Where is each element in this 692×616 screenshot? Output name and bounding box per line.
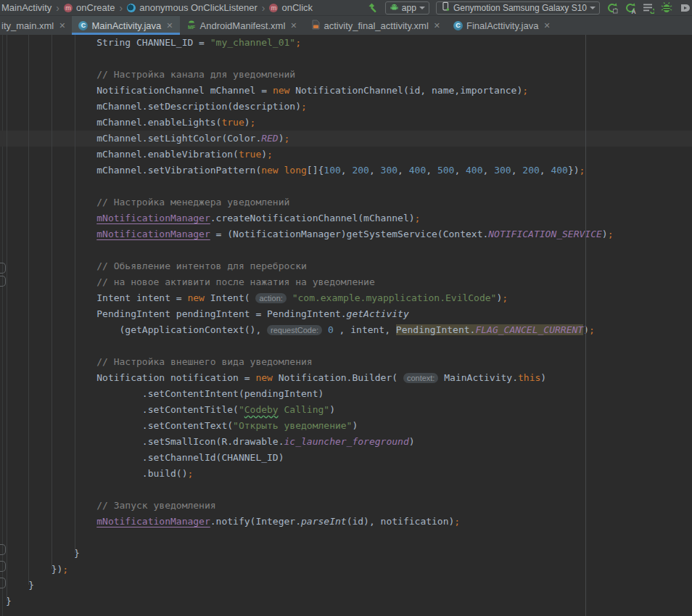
breadcrumb-label: onCreate	[76, 2, 115, 13]
run-config-label: app	[402, 3, 416, 13]
code-line	[0, 482, 692, 498]
java-class-icon: C	[78, 21, 88, 30]
breadcrumb-separator-icon: ›	[262, 2, 265, 14]
fold-marker[interactable]	[0, 561, 6, 572]
run-config-select[interactable]: app	[385, 1, 429, 15]
code-line: mChannel.enableLights(true);	[0, 115, 692, 131]
code-line: mChannel.setLightColor(Color.RED);	[0, 131, 692, 147]
code-line: NotificationChannel mChannel = new Notif…	[0, 83, 692, 99]
code-line: .setSmallIcon(R.drawable.ic_launcher_for…	[0, 434, 692, 450]
tab-label: ity_main.xml	[1, 20, 54, 31]
code-line: .setChannelId(CHANNEL_ID)	[0, 450, 692, 466]
device-label: Genymotion Samsung Galaxy S10	[453, 3, 587, 13]
breadcrumb-label: MainActivity	[1, 2, 52, 13]
code-line: mChannel.setVibrationPattern(new long[]{…	[0, 163, 692, 178]
method-icon: m	[269, 4, 278, 12]
code-editor[interactable]: String CHANNEL_ID = "my_channel_01"; // …	[0, 35, 692, 616]
close-tab-icon[interactable]: ✕	[166, 21, 173, 30]
indent-guide	[28, 35, 29, 585]
code-line: // Настройка менеджера уведомлений	[0, 194, 692, 210]
code-line: PendingIntent pendingIntent = PendingInt…	[0, 306, 692, 322]
breadcrumb-separator-icon: ›	[56, 2, 59, 14]
breadcrumb-item-mainactivity[interactable]: MainActivity	[1, 2, 52, 13]
breadcrumb-label: anonymous OnClickListener	[139, 2, 258, 13]
chevron-down-icon	[590, 7, 596, 9]
java-class-icon: C	[453, 21, 463, 30]
code-line: .setContentTitle("Codeby Calling")	[0, 402, 692, 418]
parameter-hint: requestCode:	[267, 325, 322, 335]
code-line: Notification notification = new Notifica…	[0, 370, 692, 386]
method-icon: m	[64, 4, 73, 12]
editor-tab-bar: ity_main.xml✕CMainActivity.java✕MFAndroi…	[0, 16, 692, 35]
manifest-file-icon: MF	[186, 20, 197, 32]
breadcrumb-item-anonymous-onclicklistener[interactable]: anonymous OnClickListener	[127, 2, 258, 13]
debug-bug-icon[interactable]	[661, 2, 672, 14]
breadcrumb-label: onClick	[281, 2, 313, 13]
tab-ity-main-xml[interactable]: ity_main.xml✕	[0, 16, 72, 35]
close-tab-icon[interactable]: ✕	[59, 21, 65, 30]
tab-label: MainActivity.java	[91, 20, 161, 31]
code-line	[0, 338, 692, 354]
code-line: mNotificationManager.notify(Integer.pars…	[0, 514, 692, 530]
code-line: // Запуск уведомления	[0, 498, 692, 514]
code-line: (getApplicationContext(), requestCode: 0…	[0, 322, 692, 338]
right-margin-guide	[585, 35, 586, 616]
tab-label: activity_final_acttivity.xml	[324, 20, 429, 31]
code-line: // Обьявление интентов для переброски	[0, 258, 692, 274]
profile-icon[interactable]	[679, 2, 691, 14]
breadcrumb-item-oncreate[interactable]: monCreate	[64, 2, 115, 13]
android-robot-icon	[390, 2, 399, 14]
chevron-down-icon	[419, 7, 425, 9]
code-line: // на новое активити после нажатия на ув…	[0, 274, 692, 290]
fold-marker[interactable]	[0, 276, 6, 287]
apply-code-changes-icon[interactable]: A	[625, 2, 636, 14]
close-tab-icon[interactable]: ✕	[543, 21, 550, 30]
breadcrumb-separator-icon: ›	[120, 2, 123, 14]
code-line	[0, 530, 692, 546]
close-tab-icon[interactable]: ✕	[434, 21, 440, 30]
anonymous-class-icon	[127, 4, 136, 12]
breadcrumb: MainActivity›monCreate›anonymous OnClick…	[1, 2, 313, 14]
toolbar-actions: app Genymotion Samsung Galaxy S10 A	[367, 1, 692, 15]
layout-xml-file-icon	[310, 20, 321, 32]
code-line: // Настройка канала для уведомлений	[0, 67, 692, 83]
parameter-hint: context:	[403, 373, 439, 383]
code-line	[0, 242, 692, 258]
tab-finalacttivity-java[interactable]: CFinalActtivity.java✕	[447, 16, 557, 35]
code-line: // Настройка внешнего вида уведомления	[0, 354, 692, 370]
indent-guide	[7, 35, 7, 601]
code-line: mChannel.enableVibration(true);	[0, 147, 692, 163]
parameter-hint: action:	[255, 293, 286, 303]
phone-device-icon	[440, 1, 450, 14]
code-line: }	[0, 546, 692, 562]
device-select[interactable]: Genymotion Samsung Galaxy S10	[436, 1, 600, 15]
indent-guide	[52, 35, 52, 569]
fold-marker[interactable]	[0, 578, 6, 588]
tab-label: AndroidManifest.xml	[200, 20, 286, 31]
svg-text:A: A	[632, 7, 636, 14]
code-line: mNotificationManager = (NotificationMana…	[0, 226, 692, 242]
code-line: mNotificationManager.createNotificationC…	[0, 210, 692, 226]
code-line: .setContentIntent(pendingIntent)	[0, 386, 692, 402]
close-tab-icon[interactable]: ✕	[290, 21, 297, 30]
code-line: }	[0, 578, 692, 594]
code-line	[0, 51, 692, 67]
apply-changes-restart-icon[interactable]	[606, 2, 618, 14]
tab-activity-final-acttivity-xml[interactable]: activity_final_acttivity.xml✕	[304, 16, 447, 35]
code-line	[0, 178, 692, 194]
indent-guide	[75, 35, 75, 553]
breadcrumb-item-onclick[interactable]: monClick	[269, 2, 313, 13]
build-hammer-icon[interactable]	[367, 2, 379, 14]
tab-mainactivity-java[interactable]: CMainActivity.java✕	[72, 16, 179, 35]
code-line: mChannel.setDescription(description);	[0, 99, 692, 115]
tab-label: FinalActtivity.java	[466, 20, 538, 31]
fold-marker[interactable]	[0, 544, 6, 555]
breadcrumb-toolbar: MainActivity›monCreate›anonymous OnClick…	[0, 0, 692, 16]
svg-text:MF: MF	[187, 25, 195, 30]
attach-debugger-icon[interactable]	[643, 2, 654, 14]
fold-marker[interactable]	[0, 263, 6, 274]
code-line: Intent intent = new Intent( action: "com…	[0, 290, 692, 306]
code-line: .setContentText("Открыть уведомление")	[0, 418, 692, 434]
code-line: });	[0, 562, 692, 578]
tab-androidmanifest-xml[interactable]: MFAndroidManifest.xml✕	[180, 16, 304, 35]
